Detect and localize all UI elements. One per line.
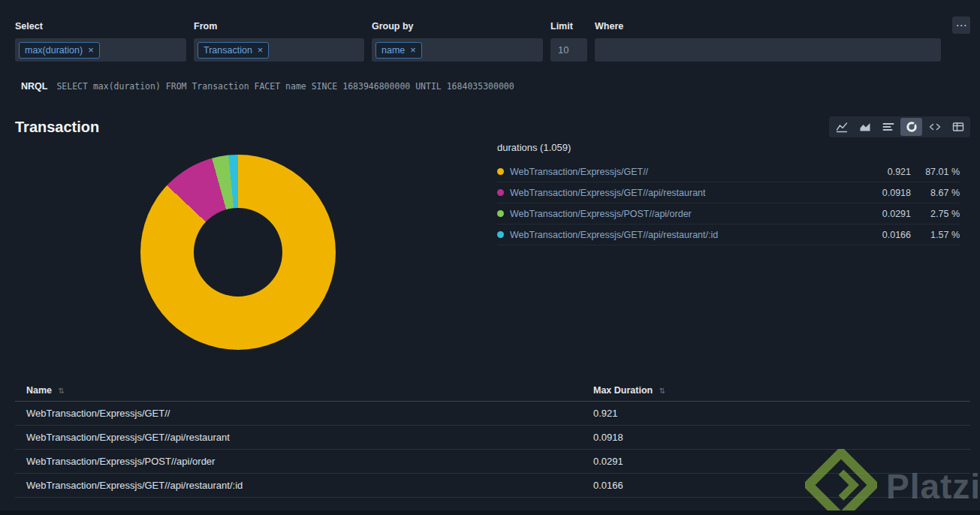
legend-color-dot: [497, 210, 504, 217]
legend-name: WebTransaction/Expressjs/GET//api/restau…: [510, 230, 843, 240]
group-by-label: Group by: [372, 21, 543, 32]
table-header-row: Name ⇅ Max Duration ⇅: [15, 379, 970, 402]
limit-field: Limit 10: [550, 21, 587, 62]
cell-name: WebTransaction/Expressjs/GET//api/restau…: [15, 432, 593, 443]
from-chip-label: Transaction: [204, 45, 252, 56]
legend-value: 0.0166: [843, 230, 911, 240]
select-input[interactable]: max(duration) ×: [15, 38, 186, 62]
select-chip-label: max(duration): [25, 45, 83, 56]
bottom-scroll-track[interactable]: [0, 510, 980, 515]
donut-chart[interactable]: [140, 155, 336, 350]
legend-color-dot: [497, 231, 504, 238]
limit-label: Limit: [550, 21, 587, 32]
legend-item[interactable]: WebTransaction/Expressjs/GET// 0.921 87.…: [497, 161, 960, 182]
legend-value: 0.0918: [843, 188, 911, 198]
select-field: Select max(duration) ×: [15, 21, 186, 62]
cell-max-duration: 0.921: [593, 408, 970, 419]
legend-percent: 2.75 %: [911, 209, 960, 219]
where-label: Where: [595, 21, 941, 32]
column-header-label: Max Duration: [593, 385, 653, 396]
legend-name: WebTransaction/Expressjs/GET//: [510, 167, 843, 177]
cell-name: WebTransaction/Expressjs/POST//api/order: [15, 456, 593, 467]
chip-close-icon[interactable]: ×: [88, 45, 94, 55]
code-view-button[interactable]: [924, 118, 945, 136]
legend-item[interactable]: WebTransaction/Expressjs/GET//api/restau…: [497, 182, 960, 203]
limit-input[interactable]: 10: [550, 38, 587, 62]
legend-color-dot: [497, 189, 504, 196]
from-chip[interactable]: Transaction ×: [198, 42, 269, 59]
legend-title: durations (1.059): [497, 142, 960, 153]
legend-percent: 8.67 %: [911, 188, 960, 198]
cell-name: WebTransaction/Expressjs/GET//api/restau…: [15, 480, 593, 491]
bar-chart-icon: [882, 121, 894, 133]
page-title: Transaction: [15, 119, 99, 136]
donut-chart-button[interactable]: [900, 118, 922, 136]
donut-hole: [194, 208, 282, 297]
legend-item[interactable]: WebTransaction/Expressjs/GET//api/restau…: [497, 224, 960, 245]
sort-icon: ⇅: [659, 387, 665, 395]
chip-close-icon[interactable]: ×: [410, 45, 416, 55]
nrql-label: NRQL: [21, 81, 47, 92]
line-chart-icon: [836, 121, 848, 133]
legend-value: 0.0291: [843, 209, 911, 219]
donut-chart-icon: [906, 121, 918, 133]
table-row[interactable]: WebTransaction/Expressjs/GET//api/restau…: [15, 474, 970, 498]
cell-max-duration: 0.0166: [593, 480, 970, 491]
legend-percent: 87.01 %: [911, 167, 960, 177]
select-chip[interactable]: max(duration) ×: [19, 42, 100, 59]
cell-max-duration: 0.0291: [593, 456, 970, 467]
group-by-chip-label: name: [381, 45, 405, 56]
from-input[interactable]: Transaction ×: [194, 38, 364, 62]
group-by-input[interactable]: name ×: [372, 38, 543, 62]
nrql-query-text: SELECT max(duration) FROM Transaction FA…: [56, 81, 514, 92]
code-icon: [929, 121, 941, 133]
table-view-button[interactable]: [947, 118, 969, 136]
chart-section-header: Transaction: [15, 116, 970, 137]
chart-legend: durations (1.059) WebTransaction/Express…: [497, 142, 960, 245]
bar-chart-button[interactable]: [877, 118, 899, 136]
legend-name: WebTransaction/Expressjs/GET//api/restau…: [510, 188, 843, 198]
facet-table: Name ⇅ Max Duration ⇅ WebTransaction/Exp…: [15, 379, 970, 498]
table-row[interactable]: WebTransaction/Expressjs/GET// 0.921: [15, 402, 970, 426]
area-chart-icon: [859, 121, 871, 133]
legend-percent: 1.57 %: [911, 230, 960, 240]
from-label: From: [194, 21, 364, 32]
chart-type-toolbar: [829, 116, 970, 137]
group-by-field: Group by name ×: [372, 21, 543, 62]
line-chart-button[interactable]: [831, 118, 852, 136]
legend-name: WebTransaction/Expressjs/POST//api/order: [510, 209, 843, 219]
table-row[interactable]: WebTransaction/Expressjs/POST//api/order…: [15, 450, 970, 474]
ellipsis-icon: ⋯: [956, 19, 967, 32]
column-header-name[interactable]: Name ⇅: [15, 385, 593, 396]
table-row[interactable]: WebTransaction/Expressjs/GET//api/restau…: [15, 426, 970, 450]
sort-icon: ⇅: [59, 387, 65, 395]
from-field: From Transaction ×: [194, 21, 364, 62]
group-by-chip[interactable]: name ×: [375, 42, 422, 59]
query-builder: Select max(duration) × From Transaction …: [15, 21, 941, 62]
cell-max-duration: 0.0918: [593, 432, 970, 443]
chip-close-icon[interactable]: ×: [258, 45, 264, 55]
cell-name: WebTransaction/Expressjs/GET//: [15, 408, 593, 419]
select-label: Select: [15, 21, 186, 32]
column-header-label: Name: [26, 385, 52, 396]
table-icon: [952, 121, 964, 133]
more-options-button[interactable]: ⋯: [952, 17, 970, 34]
area-chart-button[interactable]: [854, 118, 876, 136]
nrql-bar: NRQL SELECT max(duration) FROM Transacti…: [21, 81, 514, 92]
legend-color-dot: [497, 168, 504, 175]
legend-item[interactable]: WebTransaction/Expressjs/POST//api/order…: [497, 203, 960, 224]
where-field: Where: [595, 21, 941, 62]
where-input[interactable]: [595, 38, 941, 62]
column-header-max-duration[interactable]: Max Duration ⇅: [593, 385, 970, 396]
legend-value: 0.921: [843, 167, 911, 177]
